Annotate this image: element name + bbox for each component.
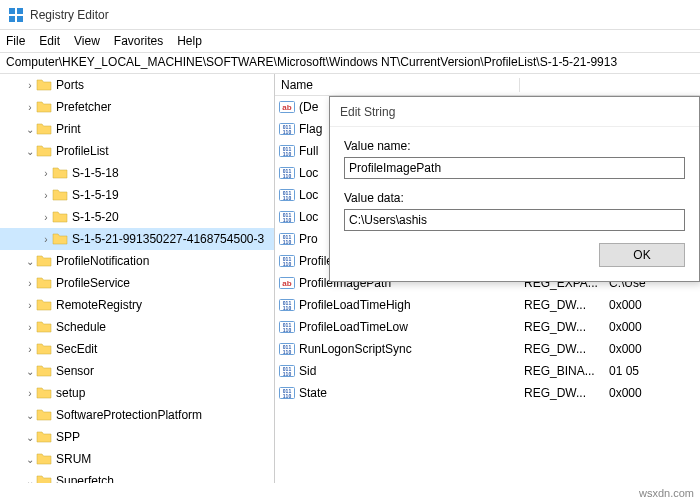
menu-help[interactable]: Help [177, 34, 202, 48]
tree-item[interactable]: ⌄SRUM [0, 448, 274, 470]
tree-item[interactable]: ⌄SPP [0, 426, 274, 448]
tree-item-label: ProfileNotification [56, 254, 149, 268]
chevron-right-icon[interactable]: › [40, 212, 52, 223]
chevron-down-icon[interactable]: ⌄ [24, 366, 36, 377]
tree-item[interactable]: ›S-1-5-18 [0, 162, 274, 184]
value-name: Loc [299, 166, 318, 180]
tree-item[interactable]: ›S-1-5-21-991350227-4168754500-3 [0, 228, 274, 250]
chevron-right-icon[interactable]: › [24, 344, 36, 355]
column-name[interactable]: Name [275, 78, 520, 92]
value-name: Full [299, 144, 318, 158]
chevron-down-icon[interactable]: ⌄ [24, 124, 36, 135]
value-name: Sid [299, 364, 316, 378]
list-row[interactable]: RunLogonScriptSyncREG_DW...0x000 [275, 338, 700, 360]
folder-icon [52, 209, 68, 225]
tree-item-label: Sensor [56, 364, 94, 378]
chevron-right-icon[interactable]: › [40, 190, 52, 201]
chevron-right-icon[interactable]: › [24, 80, 36, 91]
app-icon [8, 7, 24, 23]
tree-item[interactable]: ›SecEdit [0, 338, 274, 360]
tree-item-label: setup [56, 386, 85, 400]
list-row[interactable]: ProfileLoadTimeLowREG_DW...0x000 [275, 316, 700, 338]
tree-item[interactable]: ⌄Sensor [0, 360, 274, 382]
reg-binary-icon [279, 385, 295, 401]
chevron-down-icon[interactable]: ⌄ [24, 410, 36, 421]
folder-icon [36, 473, 52, 483]
watermark: wsxdn.com [639, 487, 694, 499]
tree-item[interactable]: ›Schedule [0, 316, 274, 338]
folder-icon [52, 187, 68, 203]
address-bar[interactable]: Computer\HKEY_LOCAL_MACHINE\SOFTWARE\Mic… [0, 52, 700, 74]
value-name: State [299, 386, 327, 400]
edit-string-dialog: Edit String Value name: Value data: OK [329, 96, 700, 282]
folder-icon [36, 407, 52, 423]
tree-item[interactable]: ›ProfileService [0, 272, 274, 294]
tree-item-label: SoftwareProtectionPlatform [56, 408, 202, 422]
ok-button[interactable]: OK [599, 243, 685, 267]
list-header: Name [275, 74, 700, 96]
titlebar: Registry Editor [0, 0, 700, 30]
tree-item[interactable]: ›S-1-5-19 [0, 184, 274, 206]
reg-string-icon [279, 99, 295, 115]
tree-panel[interactable]: ›Ports›Prefetcher⌄Print⌄ProfileList›S-1-… [0, 74, 275, 483]
folder-icon [52, 165, 68, 181]
tree-item[interactable]: ⌄ProfileNotification [0, 250, 274, 272]
tree-item[interactable]: ›RemoteRegistry [0, 294, 274, 316]
folder-icon [36, 143, 52, 159]
value-type: REG_BINA... [520, 364, 605, 378]
dialog-title: Edit String [330, 97, 699, 127]
value-data: 01 05 [605, 364, 700, 378]
folder-icon [36, 319, 52, 335]
reg-binary-icon [279, 121, 295, 137]
chevron-down-icon[interactable]: ⌄ [24, 432, 36, 443]
reg-binary-icon [279, 165, 295, 181]
tree-item[interactable]: ›Prefetcher [0, 96, 274, 118]
tree-item-label: Prefetcher [56, 100, 111, 114]
tree-item-label: SecEdit [56, 342, 97, 356]
menu-file[interactable]: File [6, 34, 25, 48]
chevron-right-icon[interactable]: › [24, 278, 36, 289]
tree-item[interactable]: ›setup [0, 382, 274, 404]
chevron-right-icon[interactable]: › [24, 322, 36, 333]
tree-item[interactable]: ›S-1-5-20 [0, 206, 274, 228]
list-row[interactable]: SidREG_BINA...01 05 [275, 360, 700, 382]
value-data-input[interactable] [344, 209, 685, 231]
tree-item-label: RemoteRegistry [56, 298, 142, 312]
chevron-down-icon[interactable]: ⌄ [24, 146, 36, 157]
chevron-down-icon[interactable]: ⌄ [24, 256, 36, 267]
list-row[interactable]: StateREG_DW...0x000 [275, 382, 700, 404]
value-name: (De [299, 100, 318, 114]
chevron-down-icon[interactable]: ⌄ [24, 476, 36, 484]
value-name-label: Value name: [344, 139, 685, 153]
folder-icon [36, 385, 52, 401]
menubar: File Edit View Favorites Help [0, 30, 700, 52]
tree-item-label: SPP [56, 430, 80, 444]
chevron-right-icon[interactable]: › [40, 234, 52, 245]
chevron-right-icon[interactable]: › [40, 168, 52, 179]
reg-binary-icon [279, 187, 295, 203]
folder-icon [52, 231, 68, 247]
tree-item[interactable]: ⌄Print [0, 118, 274, 140]
folder-icon [36, 341, 52, 357]
value-data: 0x000 [605, 386, 700, 400]
menu-favorites[interactable]: Favorites [114, 34, 163, 48]
reg-binary-icon [279, 363, 295, 379]
value-type: REG_DW... [520, 386, 605, 400]
reg-binary-icon [279, 209, 295, 225]
menu-view[interactable]: View [74, 34, 100, 48]
tree-item-label: Print [56, 122, 81, 136]
folder-icon [36, 253, 52, 269]
chevron-right-icon[interactable]: › [24, 388, 36, 399]
tree-item[interactable]: ⌄SoftwareProtectionPlatform [0, 404, 274, 426]
value-name-input[interactable] [344, 157, 685, 179]
tree-item[interactable]: ⌄Superfetch [0, 470, 274, 483]
tree-item[interactable]: ⌄ProfileList [0, 140, 274, 162]
menu-edit[interactable]: Edit [39, 34, 60, 48]
list-row[interactable]: ProfileLoadTimeHighREG_DW...0x000 [275, 294, 700, 316]
value-type: REG_DW... [520, 298, 605, 312]
chevron-right-icon[interactable]: › [24, 102, 36, 113]
tree-item-label: ProfileList [56, 144, 109, 158]
chevron-right-icon[interactable]: › [24, 300, 36, 311]
chevron-down-icon[interactable]: ⌄ [24, 454, 36, 465]
tree-item[interactable]: ›Ports [0, 74, 274, 96]
